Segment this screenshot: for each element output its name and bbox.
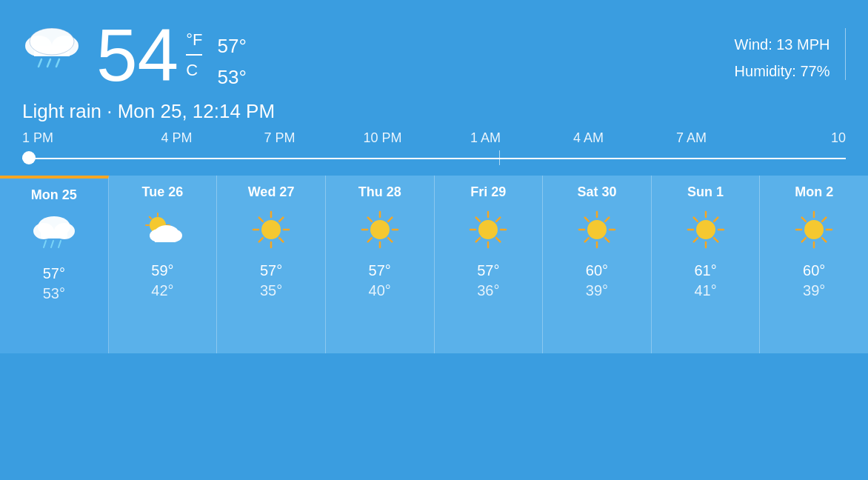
day-hi-fri29: 57° xyxy=(477,262,499,279)
header-divider xyxy=(845,28,847,80)
svg-line-61 xyxy=(585,238,589,241)
svg-point-53 xyxy=(587,220,607,239)
svg-line-32 xyxy=(279,238,283,241)
day-lo-sat30: 39° xyxy=(586,282,608,299)
svg-line-12 xyxy=(44,241,46,247)
day-hi-thu28: 57° xyxy=(369,262,391,279)
fahrenheit-unit[interactable]: °F xyxy=(186,27,202,53)
day-card-mon25[interactable]: Mon 25 57° 53° xyxy=(0,176,109,353)
svg-line-6 xyxy=(47,59,50,67)
svg-line-51 xyxy=(496,218,500,221)
day-icon-wed27 xyxy=(249,207,293,252)
day-card-sat30[interactable]: Sat 30 60° 39° xyxy=(543,176,652,353)
day-lo-fri29: 36° xyxy=(477,282,499,299)
svg-line-20 xyxy=(150,217,152,219)
svg-line-42 xyxy=(388,218,392,221)
low-temp: 53° xyxy=(217,62,246,93)
timeline-label-3: 10 PM xyxy=(331,130,434,146)
svg-line-43 xyxy=(367,238,371,241)
celsius-unit[interactable]: C xyxy=(186,57,202,83)
day-lo-sun1: 41° xyxy=(694,282,716,299)
svg-line-59 xyxy=(605,238,609,241)
svg-line-40 xyxy=(367,218,371,221)
day-icon-sat30 xyxy=(575,207,619,252)
svg-line-14 xyxy=(59,241,61,247)
day-icon-sun1 xyxy=(684,207,728,252)
svg-line-41 xyxy=(388,238,392,241)
svg-line-77 xyxy=(822,238,826,241)
svg-line-78 xyxy=(822,218,826,221)
svg-line-76 xyxy=(802,218,806,221)
day-card-mon2[interactable]: Mon 2 60° 39° xyxy=(760,176,868,353)
svg-point-62 xyxy=(696,220,715,239)
day-card-fri29[interactable]: Fri 29 57° 36° xyxy=(435,176,544,353)
timeline-track xyxy=(22,158,846,159)
svg-line-50 xyxy=(496,238,500,241)
timeline-label-4: 1 AM xyxy=(434,130,537,146)
timeline-line xyxy=(22,150,846,165)
timeline-cursor xyxy=(22,151,36,164)
day-label-mon25: Mon 25 xyxy=(31,187,77,203)
svg-point-26 xyxy=(261,220,281,239)
day-icon-thu28 xyxy=(358,207,402,252)
day-label-fri29: Fri 29 xyxy=(470,184,506,200)
timeline-label-5: 4 AM xyxy=(537,130,640,146)
day-label-sun1: Sun 1 xyxy=(687,184,724,200)
day-hi-mon25: 57° xyxy=(43,265,65,282)
day-icon-mon25 xyxy=(32,210,76,255)
day-hi-tue26: 59° xyxy=(151,262,173,279)
day-hi-mon2: 60° xyxy=(803,262,825,279)
timeline-label-0: 1 PM xyxy=(22,130,125,146)
svg-line-68 xyxy=(714,238,718,241)
day-lo-mon25: 53° xyxy=(43,285,65,302)
svg-line-13 xyxy=(51,241,53,247)
svg-line-69 xyxy=(714,218,718,221)
humidity-label: Humidity: 77% xyxy=(735,58,830,84)
condition-text: Light rain xyxy=(22,100,101,122)
svg-point-44 xyxy=(478,220,498,239)
svg-line-67 xyxy=(693,218,697,221)
day-card-wed27[interactable]: Wed 27 57° 35° xyxy=(217,176,326,353)
high-temp: 57° xyxy=(217,31,246,62)
timeline-label-1: 4 PM xyxy=(125,130,228,146)
timeline-labels: 1 PM 4 PM 7 PM 10 PM 1 AM 4 AM 7 AM 10 xyxy=(22,130,846,146)
svg-line-79 xyxy=(802,238,806,241)
svg-rect-11 xyxy=(41,231,67,239)
day-card-thu28[interactable]: Thu 28 57° 40° xyxy=(326,176,435,353)
day-hi-wed27: 57° xyxy=(260,262,282,279)
timeline-midnight-divider xyxy=(499,150,501,165)
svg-line-58 xyxy=(585,218,589,221)
svg-line-7 xyxy=(56,59,59,67)
day-label-sat30: Sat 30 xyxy=(577,184,616,200)
day-hi-sat30: 60° xyxy=(586,262,608,279)
day-label-thu28: Thu 28 xyxy=(358,184,401,200)
svg-line-33 xyxy=(279,218,283,221)
unit-toggle[interactable]: °F C xyxy=(186,27,202,83)
svg-line-5 xyxy=(39,59,41,67)
svg-line-34 xyxy=(259,238,263,241)
day-card-tue26[interactable]: Tue 26 59° 42° xyxy=(109,176,218,353)
hi-lo-temps: 57° 53° xyxy=(217,31,246,93)
svg-line-31 xyxy=(259,218,263,221)
condition-datetime: Mon 25, 12:14 PM xyxy=(118,100,275,122)
svg-point-35 xyxy=(370,220,390,239)
svg-line-52 xyxy=(476,238,480,241)
timeline-section: 1 PM 4 PM 7 PM 10 PM 1 AM 4 AM 7 AM 10 xyxy=(0,130,868,165)
main-header: 54 °F C 57° 53° Wind: 13 MPH Humidity: 7… xyxy=(0,0,868,100)
condition-bar: Light rain · Mon 25, 12:14 PM xyxy=(0,100,868,123)
day-lo-mon2: 39° xyxy=(803,282,825,299)
day-lo-wed27: 35° xyxy=(260,282,282,299)
svg-rect-25 xyxy=(155,236,176,242)
day-label-mon2: Mon 2 xyxy=(795,184,833,200)
timeline-label-6: 7 AM xyxy=(640,130,743,146)
day-card-sun1[interactable]: Sun 1 61° 41° xyxy=(652,176,761,353)
day-icon-fri29 xyxy=(466,207,510,252)
day-icon-mon2 xyxy=(792,207,836,252)
day-lo-thu28: 40° xyxy=(369,282,391,299)
svg-line-49 xyxy=(476,218,480,221)
condition-separator: · xyxy=(107,100,117,122)
timeline-label-7: 10 xyxy=(743,130,846,146)
svg-point-71 xyxy=(804,220,824,239)
wind-label: Wind: 13 MPH xyxy=(735,31,830,58)
daily-forecast: Mon 25 57° 53° Tue 26 xyxy=(0,176,868,353)
